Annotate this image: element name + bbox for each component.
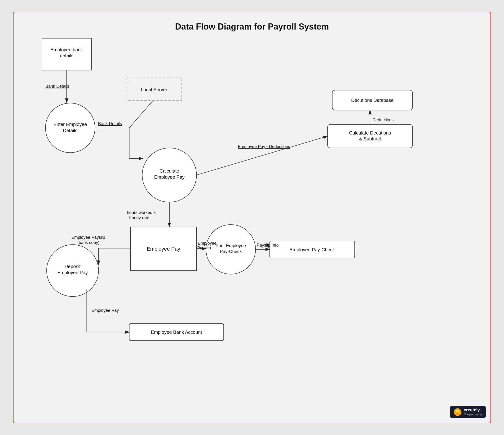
calc-deductions-label2: & Subtract bbox=[359, 136, 381, 141]
arrow-to-local-server bbox=[129, 101, 153, 128]
label-emp-payslip-bank2: (bank copy) bbox=[77, 240, 100, 245]
label-emp-pay-deposit: Employee Pay bbox=[91, 308, 119, 313]
calc-emp-pay-label: Calculate bbox=[160, 168, 179, 174]
deposit-emp-pay-label1: Deposit bbox=[65, 264, 81, 269]
local-server-label: Local Server bbox=[141, 87, 167, 92]
diagram-card: Data Flow Diagram for Payroll System Emp… bbox=[13, 12, 491, 423]
label-employee-payslip: Employee bbox=[198, 241, 217, 246]
employee-pay-label: Employee Pay bbox=[147, 246, 180, 252]
print-paycheck-label2: Pay-Check bbox=[220, 249, 242, 254]
creately-sub: Diagramming bbox=[464, 413, 482, 416]
creately-text: creately Diagramming bbox=[464, 408, 482, 416]
deductions-db-label: Decutions Database bbox=[351, 98, 394, 103]
label-payslip-info: Payslip Info bbox=[257, 243, 279, 248]
label-deductions: Deductions bbox=[372, 117, 394, 122]
svg-text:details: details bbox=[60, 53, 74, 58]
label-bank-details-down: Bank Details bbox=[45, 84, 69, 89]
label-bank-details-right: Bank Details bbox=[98, 121, 122, 126]
enter-emp-details-label: Enter Employee bbox=[54, 122, 87, 127]
svg-text:Details: Details bbox=[63, 128, 77, 133]
label-emp-payslip-bank1: Employee Payslip bbox=[72, 235, 105, 240]
label-payslip2: Payslip bbox=[197, 246, 211, 250]
emp-bank-account-label: Employee Bank Account bbox=[151, 330, 202, 335]
print-paycheck-label1: Print Employee bbox=[216, 243, 246, 248]
label-hourly-rate: hourly rate bbox=[129, 216, 149, 220]
arrow-calc-to-deductions bbox=[197, 136, 328, 175]
emp-bank-details-label: Employee bank bbox=[50, 47, 83, 52]
svg-text:Employee Pay: Employee Pay bbox=[154, 174, 185, 180]
creately-bulb-icon: 💡 bbox=[454, 408, 461, 416]
outer-container: Data Flow Diagram for Payroll System Emp… bbox=[0, 0, 504, 435]
emp-paycheck-label: Employee Pay-Check bbox=[290, 247, 335, 252]
label-hours-worked: hours worked x bbox=[127, 210, 156, 215]
label-emp-pay-deductions: Employee Pay - Deductions bbox=[238, 144, 290, 149]
diagram-svg: Employee bank details Enter Employee Det… bbox=[13, 12, 491, 423]
creately-badge: 💡 creately Diagramming bbox=[450, 406, 486, 418]
deposit-emp-pay-label2: Employee Pay bbox=[57, 270, 88, 275]
calc-deductions-label1: Calculate Decutions bbox=[349, 130, 391, 135]
creately-name: creately bbox=[464, 408, 482, 413]
